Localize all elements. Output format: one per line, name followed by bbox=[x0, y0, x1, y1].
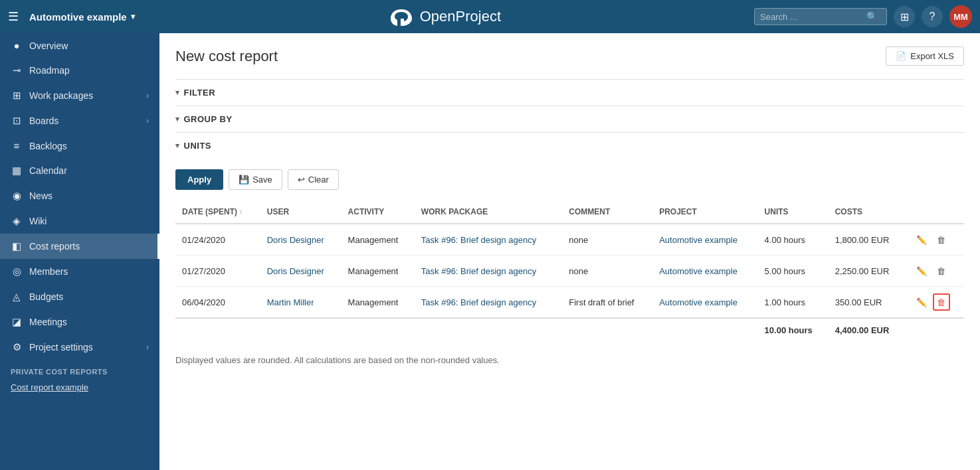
filter-section: ▾ FILTER bbox=[175, 79, 964, 106]
link[interactable]: Doris Designer bbox=[267, 266, 324, 276]
link[interactable]: Task #96: Brief design agency bbox=[421, 235, 536, 245]
link[interactable]: Task #96: Brief design agency bbox=[421, 266, 536, 276]
cell-comment: none bbox=[562, 224, 652, 256]
sidebar-item-project-settings[interactable]: ⚙ Project settings › bbox=[0, 335, 159, 360]
col-header-user: USER bbox=[260, 200, 342, 224]
edit-icon[interactable]: ✏️ bbox=[913, 231, 930, 248]
actions-cell: ✏️🗑 bbox=[913, 231, 957, 248]
edit-icon[interactable]: ✏️ bbox=[913, 262, 930, 279]
work-packages-icon: ⊞ bbox=[11, 90, 23, 102]
chevron-down-icon: ▾ bbox=[131, 12, 135, 21]
units-section: ▾ UNITS bbox=[175, 132, 964, 159]
sidebar-item-news[interactable]: ◉ News bbox=[0, 183, 159, 208]
sidebar-item-label: News bbox=[29, 191, 149, 201]
cell-user[interactable]: Martin Miller bbox=[260, 287, 342, 319]
col-header-date[interactable]: DATE (SPENT)↑ bbox=[175, 200, 260, 224]
sidebar-item-backlogs[interactable]: ≡ Backlogs bbox=[0, 133, 159, 158]
search-box[interactable]: 🔍 bbox=[754, 8, 887, 25]
col-header-actions bbox=[906, 200, 964, 224]
cell-actions: ✏️🗑 bbox=[906, 224, 964, 256]
cell-user[interactable]: Doris Designer bbox=[260, 256, 342, 287]
cell-activity: Management bbox=[342, 287, 415, 319]
clear-button[interactable]: ↩ Clear bbox=[288, 169, 339, 190]
sidebar-item-label: Cost reports bbox=[29, 241, 147, 252]
save-label: Save bbox=[252, 175, 272, 185]
delete-icon[interactable]: 🗑 bbox=[933, 231, 950, 248]
members-icon: ◎ bbox=[11, 266, 23, 277]
units-header[interactable]: ▾ UNITS bbox=[175, 141, 964, 151]
clear-label: Clear bbox=[308, 175, 329, 185]
cell-date: 01/27/2020 bbox=[175, 256, 260, 287]
page-title: New cost report bbox=[175, 48, 278, 65]
export-xls-button[interactable]: 📄 Export XLS bbox=[886, 46, 964, 66]
filter-header[interactable]: ▾ FILTER bbox=[175, 88, 964, 98]
cell-project[interactable]: Automotive example bbox=[652, 224, 757, 256]
export-label: Export XLS bbox=[910, 51, 954, 61]
totals-row: 10.00 hours4,400.00 EUR bbox=[175, 318, 964, 342]
apply-button[interactable]: Apply bbox=[175, 169, 223, 190]
group-by-header[interactable]: ▾ GROUP BY bbox=[175, 114, 964, 124]
sidebar-item-wiki[interactable]: ◈ Wiki bbox=[0, 208, 159, 234]
project-selector[interactable]: Automotive example ▾ bbox=[29, 11, 135, 23]
link[interactable]: Automotive example bbox=[659, 266, 737, 276]
sidebar-item-label: Budgets bbox=[29, 291, 149, 302]
actions-cell: ✏️🗑 bbox=[913, 262, 957, 279]
cell-user[interactable]: Doris Designer bbox=[260, 224, 342, 256]
cell-comment: First draft of brief bbox=[562, 287, 652, 319]
filter-label: FILTER bbox=[184, 88, 216, 98]
link[interactable]: Martin Miller bbox=[267, 297, 314, 307]
sidebar-item-calendar[interactable]: ▦ Calendar bbox=[0, 158, 159, 183]
cost-report-example-link[interactable]: Cost report example bbox=[11, 382, 88, 392]
sidebar-item-budgets[interactable]: ◬ Budgets bbox=[0, 284, 159, 309]
search-input[interactable] bbox=[760, 12, 866, 22]
arrow-icon: › bbox=[146, 91, 149, 100]
save-button[interactable]: 💾 Save bbox=[229, 169, 282, 190]
totals-empty-2 bbox=[342, 318, 415, 342]
sidebar-item-overview[interactable]: ● Overview bbox=[0, 33, 159, 58]
sidebar-item-roadmap[interactable]: ⊸ Roadmap bbox=[0, 58, 159, 83]
cell-comment: none bbox=[562, 256, 652, 287]
cell-project[interactable]: Automotive example bbox=[652, 256, 757, 287]
grid-icon[interactable]: ⊞ bbox=[894, 6, 915, 27]
cell-date: 01/24/2020 bbox=[175, 224, 260, 256]
delete-icon[interactable]: 🗑 bbox=[933, 293, 950, 311]
cell-costs: 350.00 EUR bbox=[829, 287, 906, 319]
link[interactable]: Automotive example bbox=[659, 235, 737, 245]
link[interactable]: Automotive example bbox=[659, 297, 737, 307]
link[interactable]: Doris Designer bbox=[267, 235, 324, 245]
col-header-costs: COSTS bbox=[829, 200, 906, 224]
cell-date: 06/04/2020 bbox=[175, 287, 260, 319]
avatar[interactable]: MM bbox=[949, 5, 972, 28]
layout: ● Overview ⊸ Roadmap ⊞ Work packages › ⊡… bbox=[0, 33, 980, 470]
col-header-project: PROJECT bbox=[652, 200, 757, 224]
hamburger-icon[interactable]: ☰ bbox=[8, 9, 19, 24]
cell-work_package[interactable]: Task #96: Brief design agency bbox=[415, 224, 562, 256]
sidebar-item-label: Overview bbox=[29, 40, 149, 51]
cell-units: 5.00 hours bbox=[758, 256, 829, 287]
edit-icon[interactable]: ✏️ bbox=[913, 293, 930, 311]
sidebar-item-members[interactable]: ◎ Members bbox=[0, 259, 159, 284]
help-icon[interactable]: ? bbox=[922, 6, 943, 27]
private-link[interactable]: Cost report example bbox=[0, 378, 159, 399]
delete-icon[interactable]: 🗑 bbox=[933, 262, 950, 279]
overview-icon: ● bbox=[11, 40, 23, 51]
arrow-icon: › bbox=[146, 116, 149, 125]
cell-units: 1.00 hours bbox=[758, 287, 829, 319]
cell-work_package[interactable]: Task #96: Brief design agency bbox=[415, 287, 562, 319]
group-by-section: ▾ GROUP BY bbox=[175, 106, 964, 132]
sidebar-item-work-packages[interactable]: ⊞ Work packages › bbox=[0, 83, 159, 108]
app-logo: OpenProject bbox=[142, 7, 747, 27]
sidebar-item-meetings[interactable]: ◪ Meetings bbox=[0, 309, 159, 335]
link[interactable]: Task #96: Brief design agency bbox=[421, 297, 536, 307]
topnav-right: 🔍 ⊞ ? MM bbox=[754, 5, 972, 28]
sidebar-item-label: Work packages bbox=[29, 90, 140, 101]
cell-project[interactable]: Automotive example bbox=[652, 287, 757, 319]
sidebar-item-cost-reports[interactable]: ◧ Cost reports bbox=[0, 234, 159, 259]
totals-empty-4 bbox=[562, 318, 652, 342]
cell-work_package[interactable]: Task #96: Brief design agency bbox=[415, 256, 562, 287]
cell-units: 4.00 hours bbox=[758, 224, 829, 256]
totals-actions bbox=[906, 318, 964, 342]
boards-icon: ⊡ bbox=[11, 115, 23, 127]
sidebar-item-boards[interactable]: ⊡ Boards › bbox=[0, 108, 159, 133]
main-content: New cost report 📄 Export XLS ▾ FILTER ▾ … bbox=[159, 33, 980, 470]
